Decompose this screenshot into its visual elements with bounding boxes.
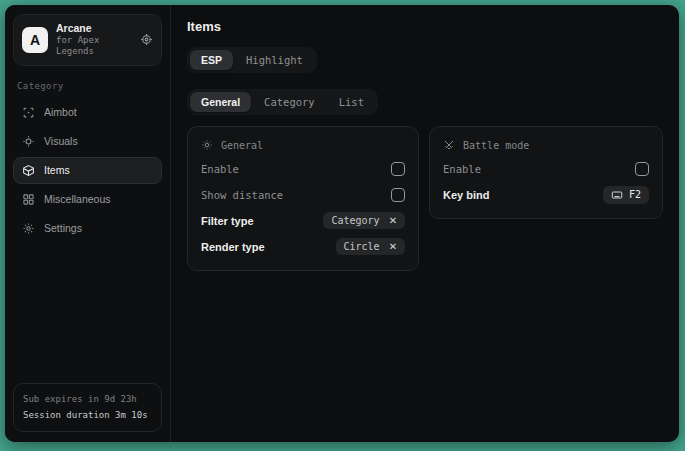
app-name: Arcane — [56, 22, 132, 35]
box-icon — [22, 164, 35, 177]
mode-tabs: ESP Highlight — [187, 47, 317, 73]
keyboard-icon — [611, 189, 623, 201]
panel-general: General Enable Show distance Filter type… — [187, 126, 419, 271]
tab-esp[interactable]: ESP — [190, 50, 233, 70]
eye-icon — [22, 135, 35, 148]
clear-icon[interactable]: ✕ — [389, 242, 397, 252]
setting-row-show-distance: Show distance — [201, 182, 405, 207]
grid-icon — [22, 193, 35, 206]
show-distance-checkbox[interactable] — [391, 188, 405, 202]
panels-row: General Enable Show distance Filter type… — [187, 126, 663, 271]
sun-icon — [201, 139, 213, 151]
sidebar-item-label: Aimbot — [44, 106, 77, 118]
tab-category[interactable]: Category — [253, 92, 326, 112]
gear-icon — [22, 222, 35, 235]
setting-row-enable: Enable — [201, 156, 405, 181]
tab-list[interactable]: List — [328, 92, 375, 112]
brand-card: A Arcane for Apex Legends — [13, 14, 162, 66]
clear-icon[interactable]: ✕ — [389, 216, 397, 226]
sidebar-item-visuals[interactable]: Visuals — [13, 128, 162, 155]
sidebar-item-miscellaneous[interactable]: Miscellaneous — [13, 186, 162, 213]
setting-label: Show distance — [201, 189, 283, 201]
tab-highlight[interactable]: Highlight — [235, 50, 314, 70]
page-title: Items — [187, 19, 663, 34]
tab-general[interactable]: General — [190, 92, 251, 112]
setting-label: Render type — [201, 241, 265, 253]
render-type-value: Circle — [344, 241, 380, 252]
setting-row-render-type: Render type Circle ✕ — [201, 234, 405, 259]
target-icon[interactable] — [140, 33, 153, 46]
enable-checkbox[interactable] — [391, 162, 405, 176]
sidebar-item-label: Items — [44, 164, 70, 176]
sidebar-item-label: Visuals — [44, 135, 78, 147]
sidebar: A Arcane for Apex Legends Category — [5, 5, 171, 442]
sidebar-item-settings[interactable]: Settings — [13, 215, 162, 242]
setting-label: Enable — [443, 163, 481, 175]
panel-general-header: General — [201, 136, 405, 155]
setting-label: Key bind — [443, 189, 489, 201]
sidebar-nav: Aimbot Visuals Items — [13, 99, 162, 242]
session-duration-text: Session duration 3m 10s — [23, 408, 152, 423]
key-bind-value: F2 — [629, 189, 641, 200]
panel-title: Battle mode — [463, 140, 529, 151]
setting-label: Enable — [201, 163, 239, 175]
battle-enable-checkbox[interactable] — [635, 162, 649, 176]
setting-label: Filter type — [201, 215, 254, 227]
main-content: Items ESP Highlight General Category Lis… — [171, 5, 679, 442]
setting-row-filter-type: Filter type Category ✕ — [201, 208, 405, 233]
sidebar-item-label: Settings — [44, 222, 82, 234]
key-bind-button[interactable]: F2 — [603, 186, 649, 204]
swords-icon — [443, 139, 455, 151]
filter-type-value: Category — [331, 215, 379, 226]
sub-expires-text: Sub expires in 9d 23h — [23, 392, 152, 407]
panel-title: General — [221, 140, 263, 151]
setting-row-enable: Enable — [443, 156, 649, 181]
app-subtitle: for Apex Legends — [56, 35, 132, 58]
setting-row-key-bind: Key bind F2 — [443, 182, 649, 207]
sub-tabs: General Category List — [187, 89, 378, 115]
brand-text: Arcane for Apex Legends — [56, 22, 132, 58]
panel-battle-header: Battle mode — [443, 136, 649, 155]
sidebar-item-items[interactable]: Items — [13, 157, 162, 184]
subscription-card: Sub expires in 9d 23h Session duration 3… — [13, 383, 162, 432]
app-logo: A — [22, 27, 48, 53]
filter-type-select[interactable]: Category ✕ — [323, 212, 405, 229]
crosshair-icon — [22, 106, 35, 119]
sidebar-spacer — [13, 242, 162, 384]
panel-battle-mode: Battle mode Enable Key bind — [429, 126, 663, 219]
sidebar-item-aimbot[interactable]: Aimbot — [13, 99, 162, 126]
sidebar-item-label: Miscellaneous — [44, 193, 111, 205]
render-type-select[interactable]: Circle ✕ — [336, 238, 406, 255]
app-window: A Arcane for Apex Legends Category — [5, 5, 679, 442]
sidebar-section-label: Category — [17, 81, 158, 91]
